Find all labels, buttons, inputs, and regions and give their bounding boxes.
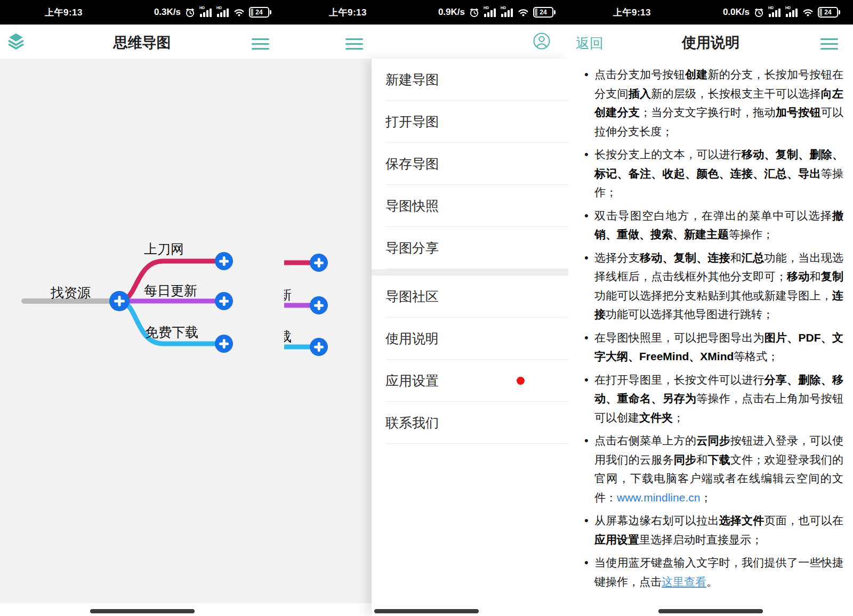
wifi-icon	[518, 8, 529, 17]
three-screen-composite: 上午9:13 0.3K/s HD HD 24 思维导图 找资源 上刀	[0, 0, 853, 616]
add-branch-button[interactable]	[310, 296, 328, 314]
drawer-menu-primary: 新建导图打开导图保存导图导图快照导图分享	[372, 59, 568, 269]
signal-hd-icon: HD	[785, 7, 798, 18]
menu-icon[interactable]	[820, 35, 838, 53]
instruction-list: 点击分支加号按钮创建新的分支，长按加号按钮在分支间插入新的层级，长按根支主干可以…	[582, 65, 843, 595]
branch-label[interactable]: 每日更新	[144, 282, 197, 299]
instruction-bullet: 点击分支加号按钮创建新的分支，长按加号按钮在分支间插入新的层级，长按根支主干可以…	[582, 65, 843, 141]
signal-hd-icon: HD	[199, 7, 212, 18]
drawer-item[interactable]: 新建导图	[372, 59, 568, 101]
signal-hd-icon: HD	[216, 7, 229, 18]
drawer-item-label: 联系我们	[385, 414, 439, 432]
add-branch-button[interactable]	[215, 252, 233, 270]
instruction-bullet: 选择分支移动、复制、连接和汇总功能，当出现选择线框后，点击线框外其他分支即可；移…	[582, 248, 843, 324]
gesture-bar[interactable]	[658, 609, 763, 613]
battery-icon: 24	[533, 7, 553, 18]
menu-icon[interactable]	[252, 35, 269, 53]
drawer-item-label: 保存导图	[385, 155, 439, 173]
clock-time: 上午9:13	[329, 6, 367, 19]
clock-time: 上午9:13	[613, 6, 651, 19]
app-bar: 返回 使用说明	[568, 25, 853, 59]
screen-mindmap: 上午9:13 0.3K/s HD HD 24 思维导图 找资源 上刀	[0, 0, 284, 616]
instruction-bullet: 从屏幕边缘右划可以拉出选择文件页面，也可以在应用设置里选择启动时直接显示；	[582, 511, 843, 549]
instruction-bullet: 点击右侧菜单上方的云同步按钮进入登录，可以使用我们的云服务同步和下载文件；欢迎登…	[582, 431, 843, 507]
app-bar	[284, 25, 568, 59]
network-speed: 0.3K/s	[154, 7, 181, 18]
drawer-menu-secondary: 导图社区使用说明应用设置联系我们	[372, 275, 568, 444]
alarm-clock-icon	[754, 7, 764, 18]
alarm-clock-icon	[185, 7, 195, 18]
branch-label[interactable]: 上刀网	[144, 240, 184, 258]
add-branch-button[interactable]	[109, 291, 130, 311]
network-speed: 0.0K/s	[723, 7, 750, 18]
instruction-bullet: 在导图快照里，可以把导图导出为图片、PDF、文字大纲、FreeMind、XMin…	[582, 328, 843, 366]
menu-icon[interactable]	[345, 35, 363, 53]
branch-label[interactable]: 免费下载	[145, 323, 198, 341]
shortcut-link[interactable]: 这里查看	[662, 576, 706, 588]
drawer-item[interactable]: 导图社区	[372, 275, 568, 318]
drawer-item[interactable]: 使用说明	[372, 318, 568, 360]
add-branch-button[interactable]	[310, 338, 328, 356]
drawer-item-label: 使用说明	[385, 330, 439, 347]
app-bar: 思维导图	[0, 25, 284, 59]
drawer-item[interactable]: 应用设置	[372, 360, 568, 402]
battery-icon: 24	[818, 7, 838, 18]
mindmap-canvas-partial[interactable]: 每日更新 免费下载	[284, 59, 372, 603]
gesture-bar[interactable]	[374, 609, 479, 613]
drawer-item-label: 导图社区	[385, 288, 439, 305]
screen-drawer-menu: 上午9:13 0.9K/s HD HD 24 每日更新 免费下载	[284, 0, 568, 616]
drawer-item-label: 打开导图	[385, 113, 439, 131]
status-bar: 上午9:13 0.9K/s HD HD 24	[284, 0, 568, 25]
signal-hd-icon: HD	[501, 7, 513, 18]
instruction-bullet: 在打开导图里，长按文件可以进行分享、删除、移动、重命名、另存为等操作，点击右上角…	[582, 370, 843, 427]
side-drawer: 新建导图打开导图保存导图导图快照导图分享 导图社区使用说明应用设置联系我们	[372, 59, 568, 616]
wifi-icon	[234, 8, 245, 17]
add-branch-button[interactable]	[215, 292, 233, 310]
branch-label-partial[interactable]: 每日更新	[284, 286, 292, 304]
status-bar: 上午9:13 0.3K/s HD HD 24	[0, 0, 284, 25]
drawer-item-label: 应用设置	[385, 372, 439, 390]
section-divider	[372, 269, 568, 275]
drawer-item[interactable]: 导图快照	[372, 185, 568, 227]
drawer-item-label: 新建导图	[385, 71, 439, 88]
drawer-item-label: 导图快照	[385, 197, 439, 215]
clock-time: 上午9:13	[45, 6, 83, 19]
branch-label-partial[interactable]: 免费下载	[284, 328, 292, 345]
signal-hd-icon: HD	[484, 7, 496, 18]
battery-icon: 24	[249, 7, 269, 18]
branch-lines	[284, 59, 372, 603]
gesture-bar[interactable]	[90, 609, 195, 613]
screen-instructions: 上午9:13 0.0K/s HD HD 24 返回 使用说明 点击分支加号按钮创…	[568, 0, 853, 616]
signal-hd-icon: HD	[768, 7, 781, 18]
instruction-bullet: 长按分支上的文本，可以进行移动、复制、删除、标记、备注、收起、颜色、连接、汇总、…	[582, 145, 843, 202]
root-node-label[interactable]: 找资源	[51, 284, 91, 302]
instruction-bullet: 双击导图空白地方，在弹出的菜单中可以选择撤销、重做、搜索、新建主题等操作；	[582, 206, 843, 244]
add-branch-button[interactable]	[215, 335, 233, 353]
drawer-item[interactable]: 导图分享	[372, 227, 568, 269]
drawer-item-label: 导图分享	[385, 239, 439, 257]
web-link[interactable]: www.mindline.cn	[617, 491, 700, 504]
network-speed: 0.9K/s	[438, 7, 465, 18]
notification-dot	[517, 377, 525, 385]
add-branch-button[interactable]	[310, 254, 328, 272]
page-title: 思维导图	[0, 33, 284, 52]
alarm-clock-icon	[469, 7, 479, 18]
branch-lines	[0, 59, 284, 603]
status-bar: 上午9:13 0.0K/s HD HD 24	[568, 0, 853, 25]
drawer-item[interactable]: 联系我们	[372, 402, 568, 444]
drawer-item[interactable]: 打开导图	[372, 101, 568, 143]
instruction-bullet: 当使用蓝牙键盘输入文字时，我们提供了一些快捷键操作，点击这里查看。	[582, 553, 843, 591]
drawer-item[interactable]: 保存导图	[372, 143, 568, 185]
wifi-icon	[802, 8, 814, 17]
account-icon[interactable]	[533, 32, 551, 50]
mindmap-canvas[interactable]: 找资源 上刀网 每日更新 免费下载	[0, 59, 284, 603]
page-title: 使用说明	[568, 33, 853, 52]
